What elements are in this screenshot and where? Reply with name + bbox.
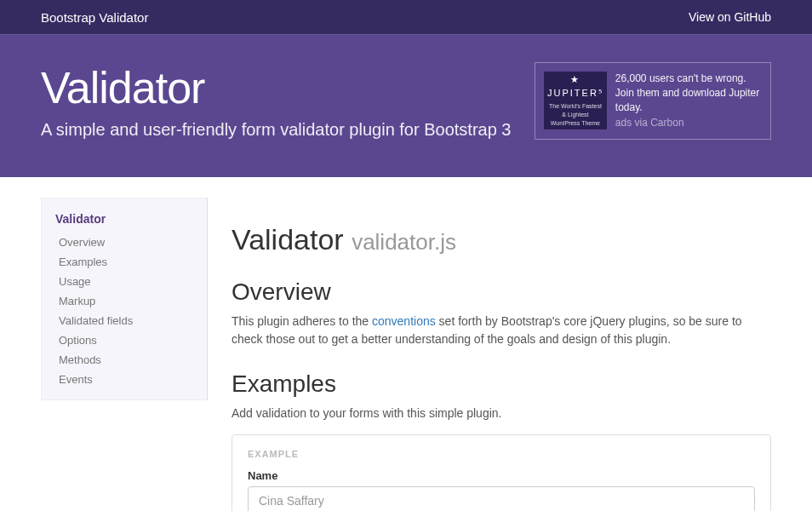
examples-text: Add validation to your forms with this s… bbox=[232, 405, 771, 422]
ad-box[interactable]: ★ JUPITER⁵ The World's Fastest & Lightes… bbox=[535, 62, 771, 140]
sidenav-item-methods[interactable]: Methods bbox=[42, 350, 207, 370]
sidenav-item-validated-fields[interactable]: Validated fields bbox=[42, 311, 207, 330]
name-input[interactable] bbox=[248, 486, 755, 511]
page-title-main: Validator bbox=[232, 223, 344, 256]
hero: Validator A simple and user-friendly for… bbox=[0, 34, 812, 177]
sidenav-item-usage[interactable]: Usage bbox=[42, 272, 207, 291]
examples-heading: Examples bbox=[232, 370, 771, 398]
example-label: EXAMPLE bbox=[248, 449, 755, 459]
ad-brand: ★ JUPITER⁵ bbox=[547, 73, 603, 100]
conventions-link[interactable]: conventions bbox=[372, 314, 436, 328]
ad-text: 26,000 users can't be wrong. Join them a… bbox=[615, 72, 759, 113]
page-title-sub: validator.js bbox=[352, 229, 456, 255]
ad-tagline: The World's Fastest & Lightest WordPress… bbox=[547, 102, 603, 127]
sidenav-item-markup[interactable]: Markup bbox=[42, 291, 207, 311]
sidenav-title[interactable]: Validator bbox=[42, 209, 207, 233]
sidenav-item-examples[interactable]: Examples bbox=[42, 252, 207, 272]
example-box: EXAMPLE Name Twitter @ bbox=[232, 434, 771, 511]
brand-link[interactable]: Bootstrap Validator bbox=[41, 10, 148, 25]
overview-text: This plugin adheres to the conventions s… bbox=[232, 313, 771, 348]
ad-via: ads via Carbon bbox=[615, 116, 762, 130]
github-link[interactable]: View on GitHub bbox=[689, 10, 771, 24]
name-label: Name bbox=[248, 469, 755, 482]
hero-title: Validator bbox=[41, 62, 512, 113]
sidenav-item-events[interactable]: Events bbox=[42, 370, 207, 389]
page-title: Validator validator.js bbox=[232, 223, 771, 256]
hero-subtitle: A simple and user-friendly form validato… bbox=[41, 120, 512, 140]
sidenav-item-overview[interactable]: Overview bbox=[42, 233, 207, 252]
sidenav-item-options[interactable]: Options bbox=[42, 330, 207, 350]
overview-heading: Overview bbox=[232, 278, 771, 306]
overview-text-1: This plugin adheres to the bbox=[232, 314, 372, 328]
sidenav: Validator Overview Examples Usage Markup… bbox=[41, 198, 208, 400]
ad-image: ★ JUPITER⁵ The World's Fastest & Lightes… bbox=[544, 72, 607, 129]
